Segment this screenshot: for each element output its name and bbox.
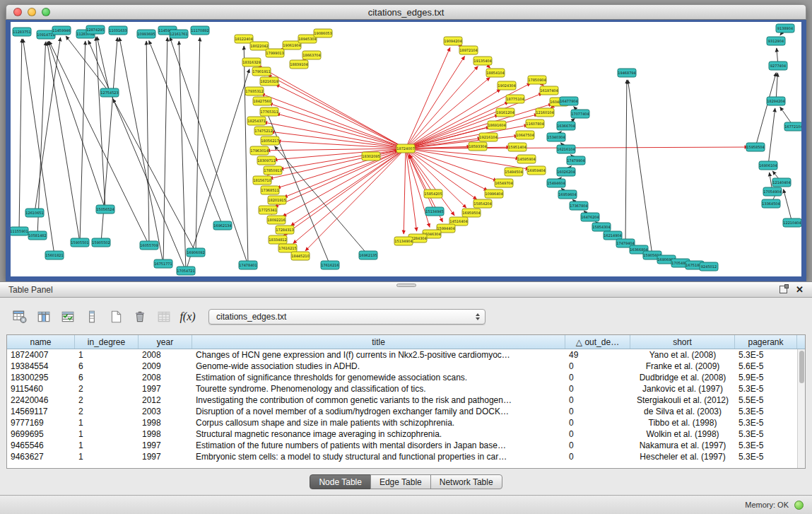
trash-button[interactable]: [130, 308, 149, 327]
graph-node[interactable]: 15951404: [508, 143, 526, 151]
graph-node[interactable]: 15494604: [547, 179, 565, 187]
graph-node[interactable]: 10993695: [137, 30, 155, 38]
graph-node[interactable]: 17999013: [266, 49, 284, 57]
graph-node[interactable]: 15601821: [45, 251, 64, 259]
graph-node[interactable]: 16197404: [540, 86, 558, 95]
graph-node[interactable]: 15905502: [92, 238, 110, 247]
import-table-button[interactable]: [154, 308, 173, 327]
graph-node[interactable]: 18724007: [396, 144, 415, 153]
minimize-window-button[interactable]: [28, 8, 36, 16]
graph-edge[interactable]: [48, 41, 105, 209]
graph-edge[interactable]: [35, 37, 61, 213]
graph-edge[interactable]: [170, 37, 248, 265]
graph-node[interactable]: 11170892: [191, 26, 209, 35]
close-panel-icon[interactable]: ✕: [796, 285, 804, 294]
graph-edge[interactable]: [268, 75, 406, 148]
graph-node[interactable]: 18201915: [268, 196, 286, 204]
graph-edge[interactable]: [290, 148, 406, 226]
graph-node[interactable]: 15340304: [547, 133, 565, 141]
graph-node[interactable]: 17850913: [264, 166, 282, 175]
show-columns-button[interactable]: [34, 308, 53, 327]
graph-node[interactable]: 12210404: [783, 218, 801, 227]
graph-node[interactable]: 18156710: [253, 176, 271, 185]
graph-edge[interactable]: [179, 41, 186, 271]
panel-resize-grip[interactable]: [396, 284, 416, 287]
tab-node-table[interactable]: Node Table: [310, 474, 371, 489]
graph-edge[interactable]: [23, 39, 54, 255]
graph-node[interactable]: 15854304: [592, 223, 611, 231]
graph-node[interactable]: 12140404: [772, 178, 791, 187]
graph-node[interactable]: 10581482: [28, 231, 47, 240]
graph-node[interactable]: 12874295: [86, 25, 105, 34]
graph-canvas[interactable]: 1128375110914711114599461128375212874295…: [11, 22, 801, 276]
graph-edge[interactable]: [404, 148, 406, 234]
graph-edge[interactable]: [163, 37, 167, 264]
graph-edge[interactable]: [283, 148, 406, 197]
graph-edge[interactable]: [37, 42, 46, 235]
graph-node[interactable]: 16476204: [581, 213, 599, 221]
graph-node[interactable]: 18056217: [261, 136, 279, 145]
graph-node[interactable]: 17054904: [763, 187, 782, 196]
graph-node[interactable]: 15854204: [473, 199, 492, 208]
graph-node[interactable]: 13364504: [762, 199, 780, 208]
graph-edge[interactable]: [283, 148, 406, 235]
graph-node[interactable]: 11283751: [13, 28, 31, 36]
graph-node[interactable]: 17616216: [321, 261, 339, 269]
graph-node[interactable]: 12161761: [170, 30, 188, 38]
graph-node[interactable]: 10647504: [516, 131, 534, 139]
graph-node[interactable]: 18254371: [247, 117, 266, 125]
graph-edge[interactable]: [276, 84, 406, 148]
table-row[interactable]: 977716911998Corpus callosum shape and si…: [7, 417, 797, 428]
graph-node[interactable]: 18839104: [290, 60, 308, 69]
graph-node[interactable]: 9277404: [769, 62, 787, 70]
graph-node[interactable]: 17850904: [528, 76, 546, 84]
graph-node[interactable]: 18691604: [488, 121, 506, 129]
graph-node[interactable]: 16959504: [462, 209, 481, 217]
graph-node[interactable]: 18972104: [459, 46, 478, 54]
graph-edge[interactable]: [96, 37, 105, 209]
graph-edge[interactable]: [196, 37, 200, 252]
graph-edge[interactable]: [146, 41, 149, 245]
graph-edge[interactable]: [19, 39, 22, 231]
column-header-6[interactable]: pagerank: [735, 335, 797, 349]
graph-node[interactable]: 12754523: [100, 88, 119, 97]
graph-node[interactable]: 16366704: [557, 122, 575, 130]
graph-node[interactable]: 9245012: [700, 262, 718, 271]
scrollbar-thumb[interactable]: [799, 351, 804, 383]
graph-node[interactable]: 16216104: [557, 145, 575, 153]
close-window-button[interactable]: [13, 8, 22, 16]
table-row[interactable]: 946362711997Embryonic stem cells: a mode…: [7, 451, 797, 462]
graph-node[interactable]: 18427560: [253, 97, 271, 105]
tab-network-table[interactable]: Network Table: [430, 474, 502, 489]
graph-node[interactable]: 18022042: [250, 42, 269, 50]
graph-node[interactable]: 19468794: [618, 69, 636, 77]
graph-node[interactable]: 18334812: [269, 235, 287, 244]
table-row[interactable]: 946554611997Estimation of the future num…: [7, 440, 797, 451]
graph-node[interactable]: 17475212: [254, 127, 273, 135]
graph-node[interactable]: 18216319: [260, 77, 278, 86]
memory-indicator[interactable]: [794, 501, 804, 510]
graph-edge[interactable]: [784, 189, 792, 223]
graph-edge[interactable]: [628, 80, 652, 255]
graph-node[interactable]: 19135404: [473, 57, 492, 65]
row-check-button[interactable]: [58, 308, 77, 327]
graph-edge[interactable]: [768, 108, 775, 165]
column-header-1[interactable]: in_degree: [75, 335, 139, 349]
new-page-button[interactable]: [106, 308, 125, 327]
network-table-selector[interactable]: citations_edges.txt: [208, 309, 486, 325]
graph-edge[interactable]: [49, 41, 149, 245]
graph-node[interactable]: 18092216: [267, 216, 286, 224]
narrow-column-button[interactable]: [82, 308, 101, 327]
graph-edge[interactable]: [261, 94, 406, 148]
table-row[interactable]: 969969511998Structural magnetic resonanc…: [7, 428, 797, 440]
graph-node[interactable]: 16549704: [495, 179, 513, 187]
graph-node[interactable]: 17765311: [260, 107, 278, 116]
function-builder-button[interactable]: f(x): [178, 308, 197, 327]
column-header-4[interactable]: △ out_de…: [565, 335, 630, 349]
graph-edge[interactable]: [244, 46, 248, 265]
table-row[interactable]: 2242004622012Investigating the contribut…: [7, 395, 797, 406]
table-mode-button[interactable]: [10, 308, 29, 327]
graph-node[interactable]: 9312904: [767, 37, 785, 45]
column-header-5[interactable]: short: [630, 335, 735, 349]
graph-edge[interactable]: [755, 73, 776, 147]
